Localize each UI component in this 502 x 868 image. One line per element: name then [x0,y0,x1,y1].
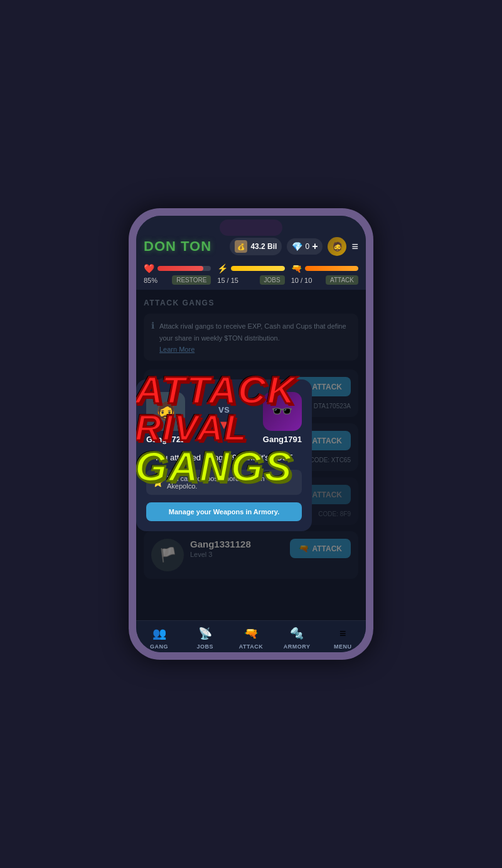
star-notice-text: You can not loose more Stars in Akepolco… [167,475,296,490]
phone-frame: DON TON 💰 43.2 Bil 💎 0 + 🧔 ≡ [129,208,373,660]
app-logo: DON TON [144,238,211,255]
health-bar-fill [158,266,203,271]
battle-header: 🧔 Gang1722 vs ▼ 🕶️ Gang1791 [146,392,302,444]
energy-bar-bg [231,266,284,271]
battle-btn-row: Manage your Weapons in Armory. [146,502,302,521]
energy-bar-fill [231,266,284,271]
energy-stat: ⚡ 15 / 15 JOBS [217,263,284,285]
attack-nav-icon: 🔫 [242,625,260,642]
armory-nav-label: ARMORY [284,643,311,650]
cash-icon: 💰 [235,240,247,253]
gem-value: 0 [305,242,309,251]
nav-attack[interactable]: 🔫 ATTACK [235,625,267,650]
attack-stat-button[interactable]: ATTACK [326,275,358,285]
gang-nav-icon: 👥 [151,625,168,642]
menu-nav-label: MENU [334,643,352,650]
menu-nav-icon: ≡ [334,625,351,642]
battle-popup-overlay: 🧔 Gang1722 vs ▼ 🕶️ Gang1791 [136,290,366,620]
health-percent: 85% [144,277,158,284]
armory-nav-icon: 🔩 [288,625,306,642]
jobs-nav-icon: 📡 [196,625,214,642]
jobs-button[interactable]: JOBS [260,275,285,285]
jobs-nav-label: JOBS [197,643,214,650]
ammo-stat: 🔫 10 / 10 ATTACK [291,263,358,285]
restore-button[interactable]: RESTORE [172,275,211,285]
battle-defender-name: Gang1791 [263,435,302,444]
stats-bar: ❤️ 85% RESTORE ⚡ [136,260,366,290]
main-content: ATTACK GANGS ℹ Attack rival gangs to rec… [136,290,366,620]
energy-count: 15 / 15 [217,277,238,284]
avatar[interactable]: 🧔 [328,237,346,256]
phone-notch [220,220,282,236]
battle-attacker-name: Gang1722 [146,435,185,444]
battle-vs-text: vs [218,404,230,415]
ammo-bar-bg [305,266,358,271]
ammo-count: 10 / 10 [291,277,312,284]
gang-nav-label: GANG [150,643,168,650]
menu-icon[interactable]: ≡ [351,240,358,253]
nav-menu[interactable]: ≡ MENU [327,625,358,650]
phone-screen: DON TON 💰 43.2 Bil 💎 0 + 🧔 ≡ [136,216,366,652]
arrow-down-icon: ▼ [218,418,230,432]
battle-attacker-avatar: 🧔 [146,392,185,431]
cash-value: 43.2 Bil [250,242,277,251]
gem-display: 💎 0 + [287,238,323,255]
battle-popup: 🧔 Gang1722 vs ▼ 🕶️ Gang1791 [136,379,312,531]
battle-defender-avatar: 🕶️ [263,392,302,431]
bottom-nav: 👥 GANG 📡 JOBS 🔫 ATTACK 🔩 ARMORY ≡ [136,620,366,652]
gun-icon: 🔫 [291,263,302,273]
add-gems-button[interactable]: + [312,241,318,252]
nav-armory[interactable]: 🔩 ARMORY [281,625,312,650]
nav-jobs[interactable]: 📡 JOBS [190,625,221,650]
cash-display: 💰 43.2 Bil [230,238,282,255]
heart-icon: ❤️ [144,263,154,273]
nav-gang[interactable]: 👥 GANG [144,625,175,650]
battle-attacker: 🧔 Gang1722 [146,392,185,444]
top-right-controls: 💰 43.2 Bil 💎 0 + 🧔 ≡ [230,237,358,256]
battle-star-notice: ⭐ You can not loose more Stars in Akepol… [146,470,302,495]
health-stat: ❤️ 85% RESTORE [144,263,211,285]
health-bar-bg [158,266,211,271]
bolt-icon: ⚡ [217,263,228,273]
battle-defender: 🕶️ Gang1791 [263,392,302,444]
ammo-bar-fill [305,266,358,271]
attack-nav-label: ATTACK [239,643,264,650]
battle-result-text: You attacked Gang1791 and it's LOST. [146,453,302,462]
manage-weapons-label: Manage your Weapons in Armory. [169,508,279,516]
gem-icon: 💎 [292,241,302,251]
star-icon: ⭐ [152,477,163,487]
manage-weapons-button[interactable]: Manage your Weapons in Armory. [146,502,302,521]
app-content: DON TON 💰 43.2 Bil 💎 0 + 🧔 ≡ [136,216,366,652]
